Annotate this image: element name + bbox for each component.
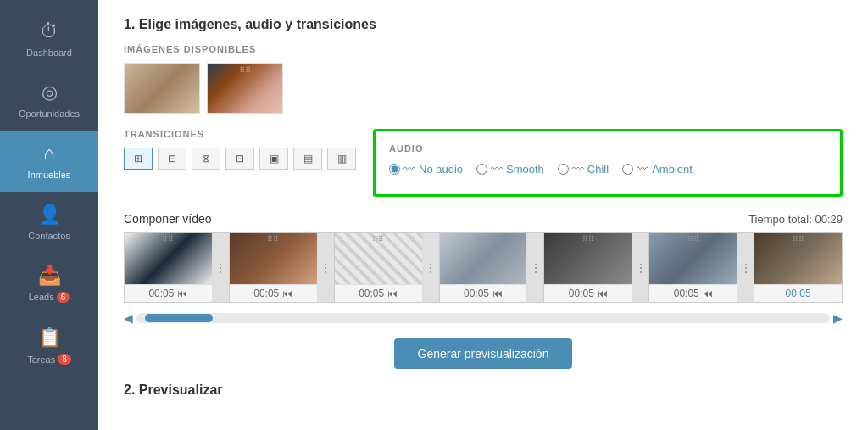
step1-title: 1. Elige imágenes, audio y transiciones — [124, 17, 843, 32]
scroll-track[interactable] — [136, 313, 830, 323]
timeline-sep-4: ⋮ — [527, 233, 544, 302]
timeline-item-1[interactable]: ⠿⠿ 00:05 ⏮ — [125, 233, 213, 302]
sidebar-item-label: Leads6 — [29, 292, 70, 303]
timeline-item-3[interactable]: ⠿⠿ 00:05 ⏮ — [335, 233, 423, 302]
timeline-item-7[interactable]: ⠿⠿ 00:05 — [754, 233, 842, 302]
audio-option-chill[interactable]: 〰 Chill — [558, 162, 609, 176]
timeline-sep-5: ⋮ — [632, 233, 649, 302]
available-images: ⠿⠿ ⠿⠿ — [124, 63, 843, 114]
sidebar-item-label: Dashboard — [26, 47, 72, 58]
timeline-thumb-2: ⠿⠿ — [230, 233, 317, 284]
dashboard-icon: ⏱ — [40, 20, 58, 42]
transition-icon-6[interactable]: ▤ — [293, 148, 322, 170]
leads-badge: 6 — [57, 292, 70, 303]
scroll-right-arrow[interactable]: ▶ — [833, 311, 843, 325]
audio-option-no-audio[interactable]: 〰 No audio — [389, 162, 463, 176]
scroll-thumb[interactable] — [145, 314, 213, 322]
drag-handle-icon: ⠿⠿ — [239, 65, 251, 75]
audio-radio-smooth[interactable] — [476, 164, 487, 175]
image-thumb-living[interactable]: ⠿⠿ — [124, 63, 200, 114]
timeline-thumb-4: ⠿⠿ — [440, 233, 527, 284]
oportunidades-icon: ◎ — [42, 81, 58, 103]
sidebar-item-tareas[interactable]: 📋 Tareas8 — [0, 315, 98, 377]
drag-handle-icon: ⠿⠿ — [156, 65, 168, 75]
scrollbar-row: ◀ ▶ — [124, 311, 843, 325]
leads-icon: 📥 — [38, 265, 61, 287]
sidebar: ⏱ Dashboard ◎ Oportunidades ⌂ Inmuebles … — [0, 0, 98, 430]
timeline-time-5: 00:05 ⏮ — [544, 284, 632, 302]
main-content: 1. Elige imágenes, audio y transiciones … — [98, 0, 868, 430]
transitions-section: TRANSICIONES ⊞ ⊟ ⊠ ⊡ ▣ ▤ ▥ — [124, 129, 356, 170]
tareas-badge: 8 — [58, 354, 71, 365]
scroll-left-arrow[interactable]: ◀ — [124, 311, 133, 325]
transition-icon-7[interactable]: ▥ — [327, 148, 356, 170]
sidebar-item-oportunidades[interactable]: ◎ Oportunidades — [0, 70, 98, 131]
timeline-thumb-1: ⠿⠿ — [125, 233, 212, 284]
transitions-label: TRANSICIONES — [124, 129, 356, 139]
image-thumb-bedroom[interactable]: ⠿⠿ — [207, 63, 283, 114]
transitions-audio-row: TRANSICIONES ⊞ ⊟ ⊠ ⊡ ▣ ▤ ▥ AUDIO 〰 No au… — [124, 129, 843, 197]
compose-header: Componer vídeo Tiempo total: 00:29 — [124, 212, 843, 226]
audio-radio-ambient[interactable] — [622, 164, 633, 175]
audio-section: AUDIO 〰 No audio 〰 Smooth 〰 Chill — [373, 129, 843, 197]
home-icon: ⌂ — [43, 142, 54, 165]
step2-title: 2. Previsualizar — [124, 383, 843, 398]
transition-icon-1[interactable]: ⊞ — [124, 148, 153, 170]
timeline-sep-2: ⋮ — [318, 233, 335, 302]
sidebar-item-label: Contactos — [28, 231, 70, 241]
timeline: ⠿⠿ 00:05 ⏮ ⋮ ⠿⠿ 00:05 ⏮ ⋮ ⠿⠿ — [124, 232, 843, 303]
audio-option-smooth[interactable]: 〰 Smooth — [476, 162, 544, 176]
audio-radio-no-audio[interactable] — [389, 164, 400, 175]
tareas-icon: 📋 — [38, 327, 61, 349]
timeline-sep-6: ⋮ — [737, 233, 754, 302]
audio-option-ambient[interactable]: 〰 Ambient — [622, 162, 693, 176]
sidebar-item-inmuebles[interactable]: ⌂ Inmuebles — [0, 131, 98, 192]
sidebar-item-label: Inmuebles — [28, 170, 71, 180]
timeline-thumb-5: ⠿⠿ — [544, 233, 632, 284]
timeline-time-6: 00:05 ⏮ — [649, 284, 737, 302]
timeline-time-2: 00:05 ⏮ — [230, 284, 317, 302]
audio-radio-chill[interactable] — [558, 164, 569, 175]
sidebar-item-leads[interactable]: 📥 Leads6 — [0, 253, 98, 315]
transition-icons: ⊞ ⊟ ⊠ ⊡ ▣ ▤ ▥ — [124, 148, 356, 170]
timeline-sep-3: ⋮ — [423, 233, 440, 302]
timeline-item-5[interactable]: ⠿⠿ 00:05 ⏮ — [544, 233, 632, 302]
compose-title: Componer vídeo — [124, 212, 212, 226]
sidebar-item-contactos[interactable]: 👤 Contactos — [0, 192, 98, 253]
generate-preview-button[interactable]: Generar previsualización — [394, 338, 573, 369]
timeline-thumb-6: ⠿⠿ — [649, 233, 737, 284]
transition-icon-3[interactable]: ⊠ — [192, 148, 220, 170]
timeline-thumb-3: ⠿⠿ — [335, 233, 422, 284]
timeline-item-4[interactable]: ⠿⠿ 00:05 ⏮ — [440, 233, 528, 302]
timeline-time-4: 00:05 ⏮ — [440, 284, 527, 302]
sidebar-item-label: Oportunidades — [19, 109, 80, 119]
timeline-item-6[interactable]: ⠿⠿ 00:05 ⏮ — [649, 233, 737, 302]
audio-label: AUDIO — [389, 143, 826, 154]
sidebar-item-dashboard[interactable]: ⏱ Dashboard — [0, 8, 98, 70]
timeline-item-2[interactable]: ⠿⠿ 00:05 ⏮ — [230, 233, 318, 302]
timeline-thumb-7: ⠿⠿ — [754, 233, 842, 284]
audio-options: 〰 No audio 〰 Smooth 〰 Chill 〰 Ambient — [389, 162, 826, 176]
timeline-time-3: 00:05 ⏮ — [335, 284, 422, 302]
transition-icon-4[interactable]: ⊡ — [225, 148, 254, 170]
timeline-time-1: 00:05 ⏮ — [125, 284, 212, 302]
transition-icon-2[interactable]: ⊟ — [158, 148, 186, 170]
time-total: Tiempo total: 00:29 — [748, 213, 843, 226]
contact-icon: 👤 — [38, 204, 61, 226]
sidebar-item-label: Tareas8 — [27, 354, 71, 365]
transition-icon-5[interactable]: ▣ — [259, 148, 288, 170]
timeline-sep-1: ⋮ — [213, 233, 230, 302]
timeline-time-7: 00:05 — [754, 284, 842, 302]
images-label: IMÁGENES DISPONIBLES — [124, 44, 843, 54]
